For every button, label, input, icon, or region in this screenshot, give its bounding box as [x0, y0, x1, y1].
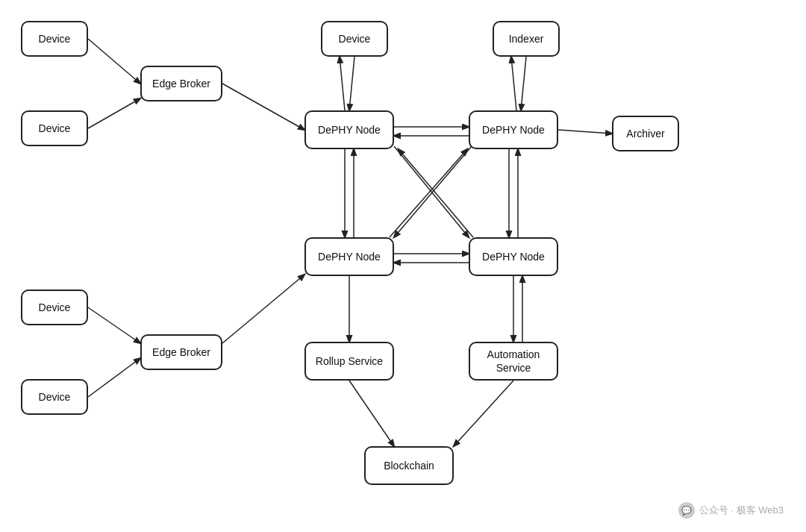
node-device4: Device	[21, 379, 88, 415]
svg-line-20	[88, 307, 140, 343]
svg-line-5	[521, 57, 526, 110]
node-automation: Automation Service	[469, 342, 558, 381]
svg-line-26	[349, 381, 394, 446]
node-dephy4: DePHY Node	[469, 237, 558, 276]
svg-line-22	[222, 275, 304, 343]
watermark-icon: 💬	[678, 502, 695, 519]
svg-line-21	[88, 358, 140, 397]
watermark-text: 公众号 · 极客 Web3	[699, 504, 784, 517]
svg-line-19	[390, 149, 467, 237]
svg-line-0	[88, 39, 140, 84]
node-indexer: Indexer	[493, 21, 560, 57]
node-rollup: Rollup Service	[304, 342, 394, 381]
node-dephy2: DePHY Node	[469, 110, 558, 149]
node-archiver: Archiver	[612, 116, 679, 151]
node-edge-broker1: Edge Broker	[140, 66, 222, 101]
node-device-top: Device	[321, 21, 388, 57]
svg-line-27	[454, 381, 513, 446]
node-blockchain: Blockchain	[364, 446, 454, 485]
svg-line-1	[88, 98, 140, 128]
svg-line-6	[511, 57, 516, 110]
svg-line-9	[558, 130, 612, 134]
diagram-container: Device Device Edge Broker Device Indexer…	[0, 0, 806, 532]
node-device3: Device	[21, 290, 88, 325]
node-device1: Device	[21, 21, 88, 57]
node-edge-broker2: Edge Broker	[140, 334, 222, 370]
svg-line-17	[399, 149, 473, 237]
svg-line-4	[340, 57, 345, 110]
svg-line-3	[349, 57, 354, 110]
node-dephy1: DePHY Node	[304, 110, 394, 149]
watermark: 💬 公众号 · 极客 Web3	[678, 502, 784, 519]
node-device2: Device	[21, 110, 88, 146]
node-dephy3: DePHY Node	[304, 237, 394, 276]
svg-line-2	[222, 84, 304, 130]
